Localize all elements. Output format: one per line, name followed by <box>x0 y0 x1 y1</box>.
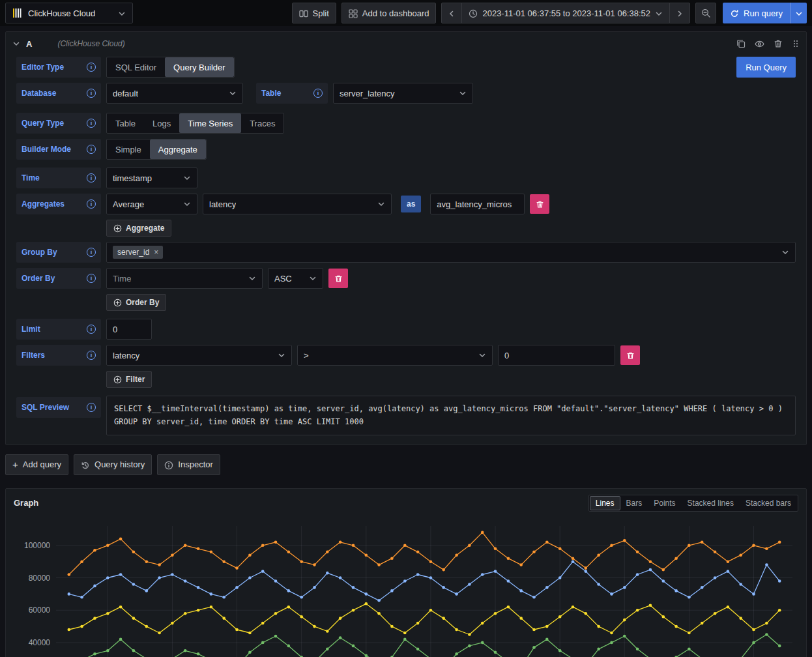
query-editor-panel: A (ClickHouse Cloud) <box>5 31 807 445</box>
split-icon <box>299 8 308 18</box>
database-select[interactable]: default <box>106 83 243 104</box>
query-type-logs-option[interactable]: Logs <box>144 113 179 133</box>
run-query-button[interactable]: Run query <box>723 3 790 23</box>
graph-panel: Graph Lines Bars Points Stacked lines St… <box>5 488 807 657</box>
filter-column-select[interactable]: latency <box>106 345 292 366</box>
viz-mode-stacked-bars[interactable]: Stacked bars <box>740 496 797 510</box>
add-query-button[interactable]: + Add query <box>5 454 68 475</box>
add-to-dashboard-label: Add to dashboard <box>362 8 429 18</box>
collapse-chevron-icon[interactable] <box>12 40 20 48</box>
query-type-table-option[interactable]: Table <box>107 113 144 133</box>
order-by-field-select[interactable]: Time <box>106 268 263 289</box>
secondary-actions: + Add query Query history Inspector <box>5 454 807 475</box>
time-range-picker[interactable]: 2023-11-01 06:37:55 to 2023-11-01 06:38:… <box>461 3 670 23</box>
info-icon[interactable]: i <box>87 274 96 283</box>
aggregate-column-select[interactable]: latency <box>203 194 392 214</box>
datasource-picker[interactable]: ClickHouse Cloud <box>5 3 133 23</box>
time-shift-back-button[interactable] <box>441 3 462 23</box>
chevron-down-icon <box>183 200 191 208</box>
order-by-label: Order By i <box>16 268 101 289</box>
split-label: Split <box>313 8 329 18</box>
info-icon[interactable]: i <box>87 351 96 360</box>
viz-mode-lines[interactable]: Lines <box>590 496 620 510</box>
chevron-down-icon <box>655 8 663 18</box>
editor-type-label: Editor Type i <box>16 57 101 78</box>
info-icon[interactable]: i <box>87 63 96 72</box>
query-builder-option[interactable]: Query Builder <box>165 57 233 77</box>
chevron-down-icon <box>795 8 803 18</box>
trash-icon <box>536 199 544 209</box>
chevron-down-icon <box>478 351 486 359</box>
info-icon[interactable]: i <box>87 403 96 412</box>
time-series-chart[interactable]: 2000040000600008000010000006:38:0006:38:… <box>9 517 803 657</box>
info-icon[interactable]: i <box>87 89 96 98</box>
info-icon[interactable]: i <box>87 199 96 209</box>
info-icon[interactable]: i <box>87 248 96 257</box>
add-aggregate-button[interactable]: Aggregate <box>106 220 171 237</box>
duplicate-query-icon[interactable] <box>736 39 746 48</box>
group-by-label: Group By i <box>16 242 101 263</box>
add-order-by-button[interactable]: Order By <box>106 294 166 311</box>
query-type-traces-option[interactable]: Traces <box>241 113 283 133</box>
plus-circle-icon <box>113 375 122 384</box>
aggregate-function-select[interactable]: Average <box>106 194 197 214</box>
info-icon[interactable]: i <box>87 173 96 182</box>
query-type-timeseries-option[interactable]: Time Series <box>179 113 241 133</box>
sql-preview-text: SELECT $__timeInterval(timestamp) as tim… <box>106 396 796 435</box>
remove-aggregate-button[interactable] <box>530 194 549 214</box>
viz-mode-stacked-lines[interactable]: Stacked lines <box>682 496 740 510</box>
time-column-select[interactable]: timestamp <box>106 168 197 188</box>
builder-mode-aggregate-option[interactable]: Aggregate <box>150 139 206 159</box>
run-query-dropdown[interactable] <box>790 3 807 23</box>
remove-filter-button[interactable] <box>620 345 640 365</box>
time-shift-forward-button[interactable] <box>669 3 690 23</box>
aggregate-alias-input[interactable] <box>430 194 525 214</box>
delete-query-icon[interactable] <box>774 39 783 48</box>
order-by-direction-select[interactable]: ASC <box>268 268 323 289</box>
zoom-out-button[interactable] <box>695 3 716 23</box>
chevron-down-icon <box>377 200 385 208</box>
clock-icon <box>469 8 478 18</box>
plus-circle-icon <box>113 224 122 233</box>
info-icon[interactable]: i <box>87 119 96 128</box>
inspector-info-icon <box>164 460 173 470</box>
top-toolbar: ClickHouse Cloud Split Add to dashboard … <box>0 0 812 26</box>
builder-mode-simple-option[interactable]: Simple <box>107 139 150 159</box>
filter-operator-select[interactable]: > <box>297 345 493 366</box>
query-header-actions <box>736 39 800 49</box>
chevron-down-icon <box>781 248 789 256</box>
run-query-inline-button[interactable]: Run Query <box>736 57 796 78</box>
chevron-down-icon <box>309 274 317 282</box>
info-icon[interactable]: i <box>87 145 96 154</box>
trash-icon <box>334 274 343 284</box>
hide-query-eye-icon[interactable] <box>755 39 764 49</box>
split-button[interactable]: Split <box>292 3 336 23</box>
filter-value-input[interactable] <box>498 345 615 366</box>
add-filter-button[interactable]: Filter <box>106 371 152 388</box>
info-icon[interactable]: i <box>313 89 323 98</box>
viz-mode-points[interactable]: Points <box>648 496 681 510</box>
chevron-down-icon <box>183 174 191 182</box>
query-history-button[interactable]: Query history <box>74 454 152 475</box>
svg-text:40000: 40000 <box>29 638 51 647</box>
filters-label: Filters i <box>16 345 101 366</box>
chevron-down-icon <box>459 89 467 97</box>
inspector-button[interactable]: Inspector <box>157 454 220 475</box>
remove-chip-icon[interactable]: × <box>154 248 158 257</box>
drag-handle-icon[interactable] <box>792 39 800 48</box>
graph-title: Graph <box>14 498 38 508</box>
info-icon[interactable]: i <box>87 325 96 334</box>
table-label: Table i <box>256 83 328 104</box>
group-by-select[interactable]: server_id × <box>106 242 796 263</box>
history-icon <box>81 460 90 470</box>
viz-mode-bars[interactable]: Bars <box>620 496 648 510</box>
query-datasource-hint: (ClickHouse Cloud) <box>57 39 124 48</box>
plus-circle-icon <box>113 298 122 307</box>
table-select[interactable]: server_latency <box>333 83 473 104</box>
limit-input[interactable] <box>106 319 152 340</box>
sql-editor-option[interactable]: SQL Editor <box>107 57 165 77</box>
add-to-dashboard-button[interactable]: Add to dashboard <box>341 3 437 23</box>
remove-order-by-button[interactable] <box>328 269 348 288</box>
database-label: Database i <box>16 83 101 104</box>
svg-text:100000: 100000 <box>24 541 50 550</box>
